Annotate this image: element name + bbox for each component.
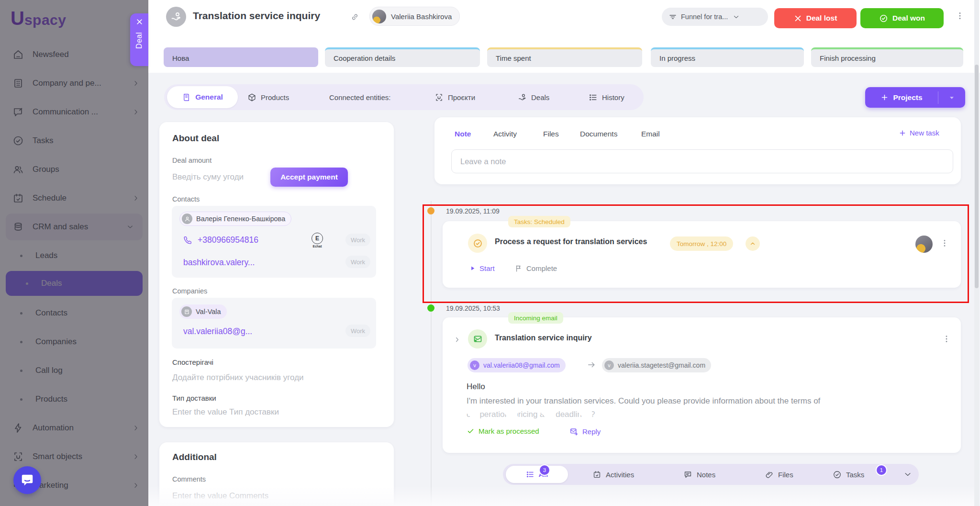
filter-files-label: Files	[778, 471, 793, 479]
deal-tab-label: Deal	[135, 32, 144, 49]
chevron-down-icon[interactable]	[938, 94, 965, 101]
contact-phone-link[interactable]: +380966954816	[198, 235, 258, 245]
annotation-rectangle	[423, 204, 969, 303]
new-task-button[interactable]: New task	[899, 129, 939, 137]
mark-processed-button[interactable]: Mark as processed	[467, 427, 539, 435]
deal-nav-tabs: General Products Connected entities: Про…	[164, 84, 644, 110]
filter-notes[interactable]: Notes	[683, 464, 715, 485]
contact-chip[interactable]: Валерія Гепенко-Башкірова	[179, 212, 291, 226]
filter-chevron-down-icon[interactable]	[903, 470, 912, 479]
filter-tasks-label: Tasks	[846, 471, 864, 479]
projects-button-label: Projects	[893, 93, 922, 102]
tab-deals[interactable]: Deals	[518, 84, 549, 110]
plus-icon	[899, 129, 906, 137]
funnel-selector[interactable]: Funnel for tra...	[662, 8, 768, 26]
plus-icon	[880, 93, 889, 101]
email-subject[interactable]: Translation service inquiry	[495, 334, 592, 342]
tab-projects[interactable]: Проєкти	[434, 84, 475, 110]
check-circle-icon	[879, 14, 888, 23]
email-from-address: val.valeriia08@gmail.com	[483, 361, 560, 369]
deal-lost-button[interactable]: Deal lost	[774, 8, 857, 28]
tab-label: Проєкти	[448, 93, 475, 101]
bottom-fade	[148, 486, 974, 506]
torn-fade-overlay	[443, 408, 960, 426]
composer-tab-documents[interactable]: Documents	[580, 130, 617, 138]
note-input[interactable]	[451, 149, 953, 173]
stage-cooperation-details[interactable]: Cooperation details	[325, 47, 480, 67]
company-chip[interactable]: Val-Vala	[179, 304, 227, 319]
composer-tab-files[interactable]: Files	[543, 130, 559, 138]
scrollbar-thumb[interactable]	[975, 65, 979, 288]
recipient-avatar: v	[604, 360, 614, 370]
email-to-chip[interactable]: v valeriia.stagetest@gmail.com	[602, 358, 711, 372]
person-icon	[182, 214, 192, 224]
list-icon	[526, 470, 535, 479]
delivery-type-label: Тип доставки	[172, 394, 216, 402]
filter-tasks[interactable]: Tasks	[833, 464, 864, 485]
filter-all[interactable]: All	[506, 466, 568, 483]
reply-mail-icon	[569, 427, 579, 436]
projects-button-main[interactable]: Projects	[865, 93, 938, 102]
stage-finish-processing[interactable]: Finish processing	[811, 47, 963, 67]
paperclip-icon	[765, 470, 774, 479]
tab-general[interactable]: General	[167, 86, 238, 108]
email-to-address: valeriia.stagetest@gmail.com	[618, 361, 705, 369]
composer-tab-activity[interactable]: Activity	[493, 130, 517, 138]
echat-caption: Echat	[311, 245, 323, 248]
close-icon[interactable]	[136, 18, 143, 25]
companies-label: Companies	[172, 287, 207, 295]
expand-chevron-icon[interactable]	[454, 336, 461, 343]
about-deal-title: About deal	[172, 133, 219, 144]
composer-tab-note[interactable]: Note	[455, 130, 471, 138]
accept-payment-button[interactable]: Accept payment	[270, 168, 348, 187]
echat-icon[interactable]: E Echat	[311, 233, 323, 248]
echat-letter: E	[312, 233, 323, 244]
tab-connected-entities[interactable]: Connected entities:	[329, 84, 390, 110]
contact-email-link[interactable]: bashkirova.valery...	[183, 258, 255, 268]
support-chat-button[interactable]	[13, 466, 41, 494]
owner-avatar	[372, 10, 386, 23]
deal-amount-label: Deal amount	[172, 157, 212, 164]
reply-button[interactable]: Reply	[569, 427, 601, 436]
timeline-dot-email	[427, 304, 434, 312]
observers-placeholder[interactable]: Додайте потрібних учасників угоди	[172, 373, 304, 382]
email-from-chip[interactable]: v val.valeriia08@gmail.com	[468, 358, 566, 372]
tab-products[interactable]: Products	[247, 84, 289, 110]
copy-link-icon[interactable]	[350, 12, 359, 22]
deal-owner-chip[interactable]: Valeriia Bashkirova	[369, 7, 460, 26]
tab-history[interactable]: History	[589, 84, 624, 110]
book-icon	[182, 93, 191, 102]
mark-processed-label: Mark as processed	[479, 427, 539, 435]
email-more-menu[interactable]	[942, 334, 951, 344]
deal-amount-placeholder[interactable]: Введіть суму угоди	[172, 172, 244, 182]
stage-nova[interactable]: Нова	[164, 47, 318, 67]
stage-label: Time spent	[496, 54, 531, 62]
filter-files[interactable]: Files	[765, 464, 793, 485]
tasks-count-badge: 1	[876, 464, 887, 476]
filter-icon	[668, 12, 677, 21]
reply-label: Reply	[582, 427, 601, 436]
comments-label: Comments	[172, 475, 206, 483]
phone-type-badge: Work	[345, 234, 370, 246]
check-circle-icon	[833, 470, 842, 479]
deal-won-button[interactable]: Deal won	[860, 8, 944, 28]
stage-label: Нова	[172, 54, 189, 62]
filter-activities-label: Activities	[606, 471, 634, 479]
stage-in-progress[interactable]: In progress	[651, 47, 804, 67]
stage-time-spent[interactable]: Time spent	[487, 47, 642, 67]
chevron-down-icon	[733, 13, 740, 21]
header-more-menu[interactable]	[955, 11, 965, 21]
smart-object-icon	[434, 93, 444, 102]
new-task-label: New task	[910, 129, 939, 137]
projects-split-button[interactable]: Projects	[865, 87, 965, 108]
calendar-icon	[592, 470, 601, 479]
contact-name: Валерія Гепенко-Башкірова	[196, 215, 285, 223]
sidebar-overlay-scrim	[0, 0, 148, 506]
delivery-type-placeholder[interactable]: Enter the value Тип доставки	[172, 407, 279, 417]
composer-tab-email[interactable]: Email	[641, 130, 660, 138]
filter-activities[interactable]: Activities	[592, 464, 634, 485]
cube-icon	[247, 93, 256, 102]
company-email-link[interactable]: val.valeriia08@g...	[183, 326, 252, 337]
deal-slideover-tab[interactable]: Deal	[130, 13, 148, 66]
stage-label: Cooperation details	[334, 54, 395, 62]
